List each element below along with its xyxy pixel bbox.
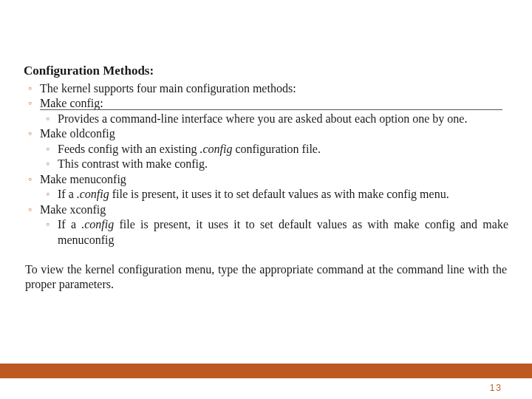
heading: Configuration Methods:	[24, 64, 508, 78]
list-item-label: Make oldconfig	[40, 127, 115, 140]
list-item-label: Make menuconfig	[40, 173, 126, 185]
text: Feeds config with an existing	[58, 143, 200, 155]
list-item: Make xconfig If a .config file is presen…	[40, 202, 508, 248]
list-item: The kernel supports four main configurat…	[40, 81, 508, 96]
bullet-list: The kernel supports four main configurat…	[24, 81, 508, 248]
underlined-text: Make config:	[40, 96, 103, 111]
list-item: This contrast with make config.	[58, 157, 508, 171]
list-item: If a .config file is present, it uses it…	[58, 187, 508, 202]
text: configuration file.	[232, 143, 321, 155]
list-item: Make config: Provides a command-line int…	[40, 96, 508, 126]
page-number: 13	[490, 383, 502, 393]
italic-text: .config	[200, 143, 232, 155]
list-item-label: Make xconfig	[40, 203, 106, 216]
list-item: Feeds config with an existing .config co…	[58, 142, 508, 157]
footer-orange-bar	[0, 364, 532, 378]
slide-content: Configuration Methods: The kernel suppor…	[0, 0, 532, 292]
text: If a	[58, 218, 81, 231]
list-item: Make menuconfig If a .config file is pre…	[40, 172, 508, 202]
underline-rule	[40, 109, 502, 110]
text: file is present, it uses it to set defau…	[58, 218, 508, 245]
list-item: Make oldconfig Feeds config with an exis…	[40, 126, 508, 171]
list-item: Provides a command-line interface where …	[58, 112, 508, 126]
list-item: If a .config file is present, it uses it…	[58, 217, 508, 248]
italic-text: .config	[81, 218, 114, 231]
italic-text: .config	[77, 188, 109, 200]
list-item-label: Make config:	[40, 97, 103, 109]
paragraph: To view the kernel configuration menu, t…	[24, 262, 508, 292]
text: If a	[58, 188, 77, 200]
text: file is present, it uses it to set defau…	[109, 188, 449, 200]
